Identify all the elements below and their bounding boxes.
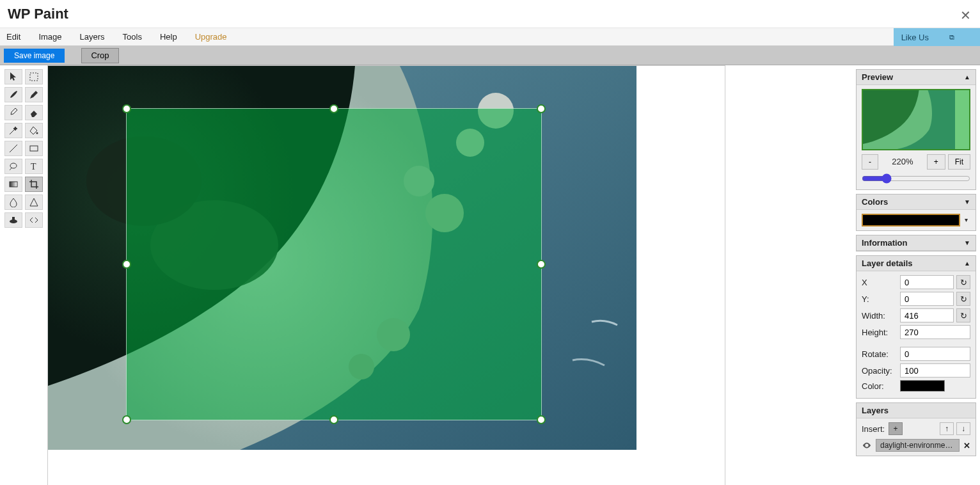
crop-button[interactable]: Crop: [81, 48, 118, 63]
ld-color-swatch[interactable]: [900, 380, 945, 392]
svg-rect-0: [30, 73, 38, 81]
magic-wand-icon[interactable]: [4, 123, 22, 138]
line-icon[interactable]: [4, 141, 22, 156]
ld-width-label: Width:: [862, 311, 897, 321]
fill-icon[interactable]: [25, 123, 43, 138]
panel-preview-head[interactable]: Preview ▲: [857, 70, 976, 85]
lasso-icon[interactable]: [4, 159, 22, 174]
canvas-image[interactable]: [48, 66, 636, 450]
preview-thumbnail[interactable]: [862, 89, 970, 150]
save-button[interactable]: Save image: [4, 49, 65, 63]
panel-preview-title: Preview: [862, 72, 893, 82]
ld-x-input[interactable]: [900, 275, 954, 289]
svg-text:T: T: [31, 162, 36, 171]
preview-overlay-light: [955, 90, 969, 149]
panel-information: Information ▼: [856, 235, 976, 251]
layer-add-button[interactable]: +: [889, 422, 903, 435]
ld-opacity-input[interactable]: [900, 363, 970, 378]
pencil-icon[interactable]: [25, 87, 43, 102]
like-us-button[interactable]: Like Us ⧉: [894, 28, 980, 46]
layer-delete-button[interactable]: ✕: [963, 441, 970, 450]
ld-height-input[interactable]: [900, 325, 970, 339]
color-swatch[interactable]: [862, 214, 960, 227]
handle-bl[interactable]: [122, 415, 131, 424]
handle-tl[interactable]: [122, 104, 131, 113]
layer-item[interactable]: daylight-environment-land ✕: [862, 439, 970, 452]
main-area: T: [0, 65, 980, 485]
menu-edit[interactable]: Edit: [6, 32, 20, 42]
layer-up-button[interactable]: ↑: [940, 422, 954, 435]
panel-information-head[interactable]: Information ▼: [857, 235, 976, 251]
pointer-icon[interactable]: [4, 69, 22, 84]
eyedropper-icon[interactable]: [4, 105, 22, 120]
panel-colors-head[interactable]: Colors ▼: [857, 195, 976, 210]
crop-selection[interactable]: [126, 108, 542, 420]
menu-image[interactable]: Image: [38, 32, 61, 42]
zoom-fit-button[interactable]: Fit: [948, 154, 970, 170]
ld-y-label: Y:: [862, 294, 897, 304]
svg-rect-6: [10, 182, 17, 187]
handle-br[interactable]: [537, 415, 546, 424]
crop-icon[interactable]: [25, 177, 43, 192]
ld-x-label: X: [862, 278, 897, 287]
eye-icon[interactable]: [862, 440, 872, 450]
brush-icon[interactable]: [4, 87, 22, 102]
collapse-icon[interactable]: [25, 212, 43, 228]
zoom-in-button[interactable]: +: [927, 154, 945, 170]
handle-bc[interactable]: [329, 415, 338, 424]
ld-width-input[interactable]: [900, 308, 954, 322]
svg-rect-8: [12, 217, 15, 220]
panel-layers: Layers Insert: + ↑ ↓ d: [856, 402, 976, 456]
external-link-icon: ⧉: [949, 33, 954, 42]
like-us-label: Like Us: [901, 33, 929, 42]
layers-insert-label: Insert:: [862, 424, 885, 434]
panel-colors-title: Colors: [862, 197, 888, 207]
paint-roller-icon[interactable]: [4, 212, 22, 228]
svg-point-4: [10, 163, 17, 168]
eraser-icon[interactable]: [25, 105, 43, 120]
ld-x-reset[interactable]: ↻: [956, 275, 970, 289]
chevron-down-icon: ▼: [964, 198, 970, 205]
triangle-icon[interactable]: [25, 195, 43, 210]
chevron-up-icon: ▲: [964, 260, 970, 267]
ld-y-input[interactable]: [900, 292, 954, 306]
menu-bar: Edit Image Layers Tools Help Upgrade Lik…: [0, 28, 980, 46]
handle-tc[interactable]: [329, 104, 338, 113]
title-bar: WP Paint ✕: [0, 0, 980, 28]
menu-upgrade[interactable]: Upgrade: [195, 32, 227, 42]
preview-overlay: [863, 90, 969, 149]
zoom-out-button[interactable]: -: [862, 154, 878, 170]
ld-height-label: Height:: [862, 328, 897, 337]
ld-rotate-input[interactable]: [900, 347, 970, 361]
select-rect-icon[interactable]: [25, 69, 43, 84]
ld-width-reset[interactable]: ↻: [956, 308, 970, 322]
ld-color-label: Color:: [862, 381, 897, 391]
rectangle-icon[interactable]: [25, 141, 43, 156]
panel-layer-details-title: Layer details: [862, 258, 913, 268]
chevron-down-icon: ▼: [964, 239, 970, 246]
ld-rotate-label: Rotate:: [862, 349, 897, 359]
svg-rect-3: [30, 146, 38, 151]
ld-y-reset[interactable]: ↻: [956, 292, 970, 306]
menu-help[interactable]: Help: [160, 32, 177, 42]
ld-opacity-label: Opacity:: [862, 366, 897, 376]
gradient-icon[interactable]: [4, 177, 22, 192]
canvas-wrap: [47, 65, 725, 485]
panel-layers-head[interactable]: Layers: [857, 403, 976, 418]
panel-layer-details-head[interactable]: Layer details ▲: [857, 256, 976, 271]
text-icon[interactable]: T: [25, 159, 43, 174]
handle-ml[interactable]: [122, 260, 131, 269]
layer-name: daylight-environment-land: [876, 439, 960, 452]
handle-mr[interactable]: [537, 260, 546, 269]
canvas-area[interactable]: [47, 65, 852, 485]
blur-icon[interactable]: [4, 195, 22, 210]
layer-down-button[interactable]: ↓: [956, 422, 970, 435]
menu-tools[interactable]: Tools: [123, 32, 142, 42]
panel-preview: Preview ▲ - 220% + Fit: [856, 69, 976, 190]
menu-layers[interactable]: Layers: [80, 32, 105, 42]
close-icon[interactable]: ✕: [960, 8, 971, 23]
svg-line-2: [10, 145, 17, 152]
handle-tr[interactable]: [537, 104, 546, 113]
chevron-up-icon: ▲: [964, 74, 970, 81]
zoom-slider[interactable]: [862, 173, 970, 184]
